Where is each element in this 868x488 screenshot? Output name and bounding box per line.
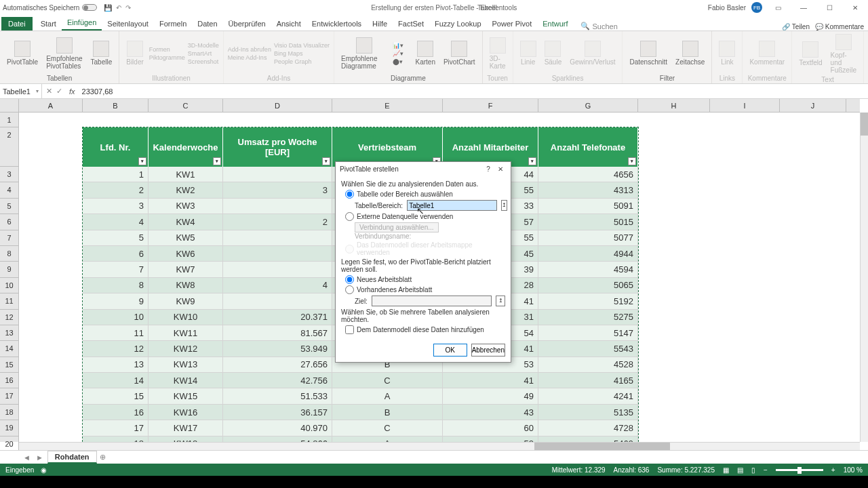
macro-record-icon[interactable]: ◉ [41, 466, 47, 474]
3dmap-button[interactable]: 3D-Karte [487, 36, 509, 71]
select-all-corner[interactable] [0, 99, 19, 112]
sparkline-line-button[interactable]: Linie [517, 39, 539, 67]
table-cell[interactable]: KW15 [149, 388, 223, 404]
table-cell[interactable]: 2 [83, 182, 149, 198]
row-header[interactable]: 3 [0, 167, 19, 182]
row-header[interactable]: 15 [0, 357, 19, 373]
header-footer-button[interactable]: Kopf- und Fußzeile [828, 33, 859, 75]
table-cell[interactable]: KW17 [149, 420, 223, 436]
table-cell[interactable]: KW2 [149, 182, 223, 198]
table-cell[interactable]: 5275 [538, 310, 638, 325]
row-header[interactable]: 9 [0, 262, 19, 277]
comment-button[interactable]: Kommentar [747, 39, 787, 67]
share-button[interactable]: 🔗 Teilen [782, 23, 810, 30]
table-header-cell[interactable]: Umsatz pro Woche [EUR]▾ [223, 127, 332, 167]
filter-icon[interactable]: ▾ [322, 157, 330, 165]
screenshot-button[interactable]: Screenshot [188, 58, 219, 65]
tab-daten[interactable]: Daten [192, 17, 222, 30]
location-input[interactable] [372, 296, 492, 306]
table-cell[interactable]: 4728 [538, 420, 638, 436]
my-addins-button[interactable]: Meine Add-Ins [228, 54, 271, 61]
collapse-dialog-icon[interactable]: ↥ [496, 296, 505, 306]
table-cell[interactable]: 3 [83, 199, 149, 214]
table-row[interactable]: 14KW1442.756C414165 [83, 373, 638, 388]
dialog-close-icon[interactable]: ✕ [494, 165, 507, 173]
filter-icon[interactable]: ▾ [138, 157, 146, 165]
table-cell[interactable]: 8 [83, 278, 149, 293]
table-cell[interactable] [223, 293, 332, 309]
table-cell[interactable]: A [332, 388, 443, 404]
table-cell[interactable]: 5091 [538, 199, 638, 214]
visio-button[interactable]: Visio Data Visualizer [274, 42, 330, 49]
zoom-slider[interactable] [776, 469, 823, 471]
row-header[interactable]: 13 [0, 325, 19, 341]
undo-icon[interactable]: ↶ [116, 4, 121, 12]
table-cell[interactable]: 51.533 [223, 388, 332, 404]
minimize-icon[interactable]: — [793, 4, 814, 12]
table-button[interactable]: Tabelle [88, 39, 115, 67]
row-header[interactable]: 14 [0, 341, 19, 357]
table-row[interactable]: 16KW1636.157B435135 [83, 405, 638, 420]
maps-button[interactable]: Karten [412, 39, 437, 67]
tab-einfuegen[interactable]: Einfügen [62, 16, 102, 30]
table-cell[interactable]: 16 [83, 405, 149, 420]
table-cell[interactable]: 5135 [538, 405, 638, 420]
recommended-pivottables-button[interactable]: Empfohlene PivotTables [43, 36, 85, 71]
table-cell[interactable]: 27.656 [223, 357, 332, 373]
sparkline-winloss-button[interactable]: Gewinn/Verlust [567, 39, 618, 67]
table-cell[interactable]: 49 [443, 388, 538, 404]
table-header-cell[interactable]: Lfd. Nr.▾ [83, 127, 149, 167]
table-cell[interactable]: 4 [83, 214, 149, 230]
zoom-in-icon[interactable]: + [831, 466, 835, 474]
opt-external-source[interactable]: Externe Datenquelle verwenden [345, 212, 505, 221]
table-cell[interactable]: 4656 [538, 167, 638, 182]
table-cell[interactable]: 43 [443, 405, 538, 420]
col-header[interactable]: J [780, 99, 846, 112]
tab-ansicht[interactable]: Ansicht [271, 17, 307, 30]
col-header[interactable]: I [710, 99, 780, 112]
3dmodels-button[interactable]: 3D-Modelle [188, 42, 219, 49]
table-row[interactable]: 17KW1740.970C604728 [83, 420, 638, 436]
table-cell[interactable]: 42.756 [223, 373, 332, 388]
table-cell[interactable]: C [332, 420, 443, 436]
table-cell[interactable]: 3 [223, 182, 332, 198]
table-cell[interactable]: 4594 [538, 262, 638, 277]
table-cell[interactable]: 2 [223, 214, 332, 230]
fx-icon[interactable]: fx [66, 87, 78, 96]
tab-seitenlayout[interactable]: Seitenlayout [102, 17, 154, 30]
table-cell[interactable]: 11 [83, 325, 149, 341]
smartart-button[interactable]: SmartArt [188, 50, 219, 57]
pictures-button[interactable]: Bilder [123, 39, 146, 67]
chk-add-to-datamodel[interactable]: Dem Datenmodell diese Daten hinzufügen [345, 325, 505, 334]
table-cell[interactable]: 15 [83, 388, 149, 404]
pivottable-button[interactable]: PivotTable [4, 39, 41, 67]
add-sheet-icon[interactable]: ⊕ [100, 453, 106, 462]
zoom-out-icon[interactable]: − [764, 466, 768, 474]
view-pagelayout-icon[interactable]: ▤ [737, 466, 743, 474]
col-header[interactable]: D [223, 99, 332, 112]
table-cell[interactable]: KW7 [149, 262, 223, 277]
table-cell[interactable]: KW9 [149, 293, 223, 309]
table-cell[interactable]: 60 [443, 420, 538, 436]
table-cell[interactable]: 12 [83, 341, 149, 357]
table-cell[interactable]: 9 [83, 293, 149, 309]
row-header[interactable]: 6 [0, 214, 19, 230]
table-cell[interactable]: KW13 [149, 357, 223, 373]
filter-icon[interactable]: ▾ [528, 157, 536, 165]
col-header[interactable]: H [638, 99, 710, 112]
filter-icon[interactable]: ▾ [213, 157, 221, 165]
opt-new-worksheet[interactable]: Neues Arbeitsblatt [345, 275, 505, 284]
table-cell[interactable]: 7 [83, 262, 149, 277]
textbox-button[interactable]: Textfeld [796, 40, 825, 68]
table-cell[interactable] [223, 167, 332, 182]
ok-button[interactable]: OK [433, 344, 467, 357]
sheet-tab[interactable]: Rohdaten [47, 451, 97, 464]
file-tab[interactable]: Datei [1, 17, 33, 30]
horizontal-scrollbar[interactable] [19, 442, 860, 450]
table-cell[interactable]: B [332, 405, 443, 420]
row-header[interactable]: 11 [0, 293, 19, 309]
row-header[interactable]: 10 [0, 278, 19, 293]
table-cell[interactable]: KW10 [149, 310, 223, 325]
autosave-toggle[interactable]: Automatisches Speichern [3, 4, 97, 12]
redo-icon[interactable]: ↷ [125, 4, 131, 12]
